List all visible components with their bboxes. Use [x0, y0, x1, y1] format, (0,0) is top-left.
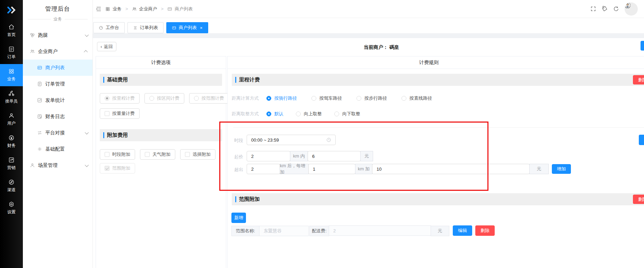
- range-delete-button-header[interactable]: 删除: [633, 195, 644, 204]
- panel-title: 计费选项: [96, 60, 226, 66]
- rail-item-settings[interactable]: 设置: [0, 197, 23, 219]
- sidebar-group-label: 业务: [28, 16, 88, 22]
- option-time-surcharge[interactable]: 时段附加: [100, 149, 135, 160]
- base-price-input[interactable]: 6: [308, 151, 361, 161]
- chevron-up-icon: [84, 50, 88, 54]
- refresh-icon[interactable]: [613, 6, 619, 12]
- option-range-billing[interactable]: 按范围计费: [189, 93, 229, 104]
- option-weight-billing[interactable]: 按重量计费: [100, 108, 140, 119]
- radio-straight-route[interactable]: 按直线路径: [402, 95, 432, 101]
- logo-icon: [6, 6, 17, 14]
- id-card-icon: [172, 26, 176, 30]
- rail-item-label: 订单: [7, 54, 16, 60]
- chart-box-icon: [8, 157, 15, 163]
- back-arrow-icon: ‹: [100, 44, 102, 49]
- sidebar-item-order-management[interactable]: 订单管理: [23, 76, 92, 92]
- checkbox-icon: [145, 152, 150, 157]
- gauge-icon: [99, 26, 103, 30]
- sidebar-item-merchant-list[interactable]: 商户列表: [23, 60, 92, 76]
- main-content: ‹ 返回 当前商户： 碼皇 计费选项 基础费用 按里程计费 按区间计费 按范围计…: [93, 38, 644, 268]
- range-name-label: 范围名称:: [231, 226, 259, 236]
- option-weather-surcharge[interactable]: 天气附加: [140, 149, 175, 160]
- file-edit-icon: [37, 114, 42, 119]
- home-icon: [8, 24, 15, 30]
- rider-icon: [8, 90, 15, 97]
- range-name-input[interactable]: 东盟慧谷: [259, 226, 309, 236]
- excess-distance-input[interactable]: 2: [247, 164, 280, 174]
- rail-item-label: 渠道: [7, 187, 16, 193]
- file-list-icon: [37, 81, 42, 87]
- option-range-surcharge[interactable]: 范围附加: [100, 163, 135, 173]
- tab-label: 工作台: [106, 25, 119, 31]
- rail-item-users[interactable]: 用户: [0, 108, 23, 131]
- order-icon: [8, 46, 15, 52]
- sidebar-item-enterprise-merchant[interactable]: 企业商户: [23, 43, 92, 60]
- current-merchant: 当前商户： 碼皇: [364, 44, 399, 51]
- sidebar-item-finance-log[interactable]: 财务日志: [23, 108, 92, 125]
- rail-item-channels[interactable]: 渠道: [0, 175, 23, 197]
- coin-icon: [8, 135, 15, 141]
- sidebar-item-platform-integration[interactable]: 平台对接: [23, 125, 92, 141]
- tag-icon[interactable]: [602, 6, 608, 12]
- avatar-person-icon: [625, 2, 630, 8]
- range-row-delete-button[interactable]: 删除: [475, 225, 495, 236]
- rail-item-home[interactable]: 首页: [0, 20, 23, 42]
- time-range-input[interactable]: 00:00 ~ 23:59: [247, 135, 336, 145]
- panel-title: 计费规则: [228, 60, 630, 66]
- rail-item-label: 首页: [7, 32, 16, 38]
- person-outline-icon: [30, 163, 35, 168]
- increase-button[interactable]: 增加: [552, 164, 571, 174]
- sidebar-item-label: 财务日志: [45, 114, 65, 120]
- rail-item-label: 用户: [7, 120, 16, 126]
- range-row: 范围名称:东盟慧谷配送费:2元编辑删除: [231, 225, 495, 236]
- fullscreen-icon[interactable]: [590, 6, 596, 12]
- excess-price-input[interactable]: 10: [372, 164, 530, 174]
- tab-merchant-list[interactable]: 商户列表 ×: [166, 22, 208, 33]
- back-button[interactable]: ‹ 返回: [97, 42, 116, 51]
- radio-walking-route[interactable]: 按步行路径: [356, 95, 387, 101]
- people-icon: [30, 49, 35, 54]
- tab-close-icon[interactable]: ×: [200, 25, 203, 30]
- avatar[interactable]: [625, 2, 638, 16]
- sidebar-item-dispatch-stats[interactable]: 发单统计: [23, 92, 92, 108]
- sidebar-item-scene-management[interactable]: 场景管理: [23, 157, 92, 173]
- tab-label: 商户列表: [179, 25, 197, 31]
- breadcrumb-item[interactable]: 业务: [113, 6, 122, 12]
- tab-workbench[interactable]: 工作台: [93, 22, 125, 33]
- base-fee-section-header: 基础费用: [100, 74, 222, 86]
- rail-item-business[interactable]: 业务: [0, 64, 23, 86]
- radio-icon: [311, 96, 316, 101]
- mileage-delete-button[interactable]: 删除: [633, 75, 644, 84]
- radio-round-down[interactable]: 向下取整: [334, 111, 360, 117]
- grid-icon: [105, 7, 110, 11]
- menu-fold-icon[interactable]: [96, 6, 102, 12]
- excess-label: 超出: [234, 167, 243, 173]
- rail-item-orders[interactable]: 订单: [0, 42, 23, 64]
- rail-item-couriers[interactable]: 接单员: [0, 86, 23, 108]
- base-distance-input[interactable]: 2: [247, 151, 290, 161]
- excess-step-input[interactable]: 1: [308, 164, 355, 174]
- radio-round-default[interactable]: 默认: [266, 111, 283, 117]
- option-mileage-billing[interactable]: 按里程计费: [100, 93, 140, 104]
- new-range-button[interactable]: 新增: [231, 213, 246, 223]
- radio-round-up[interactable]: 向上取整: [296, 111, 322, 117]
- option-interval-billing[interactable]: 按区间计费: [144, 93, 184, 104]
- option-select-surcharge[interactable]: 选择附加: [180, 149, 215, 160]
- app-title: 管理后台: [23, 0, 92, 13]
- rail-item-marketing[interactable]: 营销: [0, 153, 23, 175]
- sidebar-item-errand[interactable]: 跑腿: [23, 27, 92, 43]
- sidebar-item-basic-config[interactable]: 基础配置: [23, 141, 92, 157]
- save-button-cutoff[interactable]: [641, 41, 644, 51]
- range-edit-button[interactable]: 编辑: [453, 225, 472, 236]
- breadcrumb: 业务 > 企业商户 > 商户列表: [105, 6, 193, 12]
- tab-order-list[interactable]: 订单列表: [127, 22, 164, 33]
- add-button-cutoff[interactable]: [639, 135, 644, 145]
- radio-riding-route[interactable]: 按骑行路径: [266, 95, 297, 101]
- rail-item-finance[interactable]: 财务: [0, 131, 23, 153]
- clock-icon: [326, 137, 331, 142]
- breadcrumb-item[interactable]: 企业商户: [139, 6, 157, 12]
- delivery-fee-input[interactable]: 2: [329, 225, 431, 236]
- sidebar-item-label: 发单统计: [45, 97, 65, 104]
- radio-icon: [356, 96, 361, 101]
- radio-driving-route[interactable]: 按驾车路径: [311, 95, 342, 101]
